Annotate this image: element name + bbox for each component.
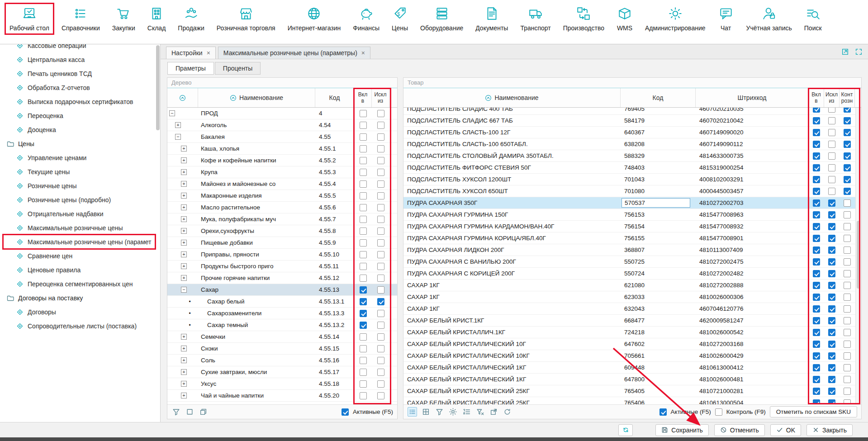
include-checkbox[interactable] <box>360 310 367 317</box>
sidebar-item[interactable]: Максимальные розничные цены (парамет <box>0 235 160 249</box>
include-checkbox[interactable] <box>813 341 820 348</box>
tree-code-column-header[interactable]: Код <box>315 88 354 107</box>
tree-exclude-column-header[interactable]: Искл из <box>372 88 389 107</box>
tree-row[interactable]: − Бакалея 4.55 <box>167 131 397 143</box>
include-checkbox[interactable] <box>360 322 367 329</box>
tree-expander[interactable]: + <box>181 146 187 152</box>
control-checkbox[interactable] <box>844 164 851 171</box>
tree-expander[interactable]: + <box>181 346 187 351</box>
document-tab[interactable]: Настройки × <box>166 47 216 59</box>
product-name-column-header[interactable]: Наименование <box>403 88 621 107</box>
close-button[interactable]: Закрыть <box>806 424 853 436</box>
product-row[interactable]: ПУДРА САХАРНАЯ ЛИДКОН 200Г 368807 481011… <box>403 244 861 256</box>
tree-row[interactable]: + Макаронные изделия 4.55.5 <box>167 190 397 202</box>
tree-row[interactable]: + Соль 4.55.16 <box>167 355 397 366</box>
exclude-checkbox[interactable] <box>377 369 384 376</box>
maximize-icon[interactable] <box>855 48 863 56</box>
tree-row[interactable]: + Майонез и майонезные со 4.55.4 <box>167 178 397 190</box>
tree-row[interactable]: + Продукты быстрого приго 4.55.11 <box>167 261 397 272</box>
sidebar-item[interactable]: Сопроводительные листы (поставка) <box>0 319 160 333</box>
exclude-checkbox[interactable] <box>828 305 835 313</box>
product-row[interactable]: ПУДРА САХАРНАЯ С КОРИЦЕЙ 200Г 550724 481… <box>403 268 861 280</box>
product-row[interactable]: ПОДСЛАСТИТЕЛЬ СЛАСТЬ-100 12Г 640367 4607… <box>403 127 861 138</box>
tab-close-icon[interactable]: × <box>207 49 210 57</box>
tree-row[interactable]: + Приправы, пряности 4.55.10 <box>167 249 397 261</box>
control-checkbox[interactable] <box>844 388 851 395</box>
sidebar-item[interactable]: Договоры <box>0 305 160 319</box>
exclude-checkbox[interactable] <box>377 133 384 141</box>
exclude-checkbox[interactable] <box>828 376 835 383</box>
toolbar-item[interactable]: Документы <box>471 4 512 34</box>
ok-button[interactable]: OK <box>770 424 801 436</box>
float-window-icon[interactable] <box>841 48 849 56</box>
control-checkbox[interactable] <box>844 117 851 124</box>
control-checkbox[interactable] <box>844 129 851 136</box>
include-checkbox[interactable] <box>360 345 367 352</box>
tree-expander[interactable]: + <box>181 240 187 246</box>
exclude-checkbox[interactable] <box>377 333 384 341</box>
product-scrollbar[interactable] <box>855 108 861 404</box>
include-checkbox[interactable] <box>813 188 820 195</box>
tree-row[interactable]: + Мука, полуфабрикаты муч 4.55.7 <box>167 213 397 225</box>
tree-name-column-header[interactable]: Наименование <box>198 88 315 107</box>
exclude-checkbox[interactable] <box>377 310 384 317</box>
include-checkbox[interactable] <box>813 282 820 289</box>
control-checkbox[interactable] <box>844 376 851 383</box>
exclude-checkbox[interactable] <box>377 239 384 247</box>
exclude-checkbox[interactable] <box>828 108 835 113</box>
exclude-checkbox[interactable] <box>828 388 835 395</box>
include-checkbox[interactable] <box>360 180 367 188</box>
exclude-checkbox[interactable] <box>828 270 835 277</box>
sidebar-item[interactable]: Розничные цены <box>0 179 160 193</box>
control-checkbox[interactable] <box>844 341 851 348</box>
include-checkbox[interactable] <box>813 376 820 383</box>
tab-close-icon[interactable]: × <box>361 49 365 57</box>
exclude-checkbox[interactable] <box>828 164 835 171</box>
toolbar-item[interactable]: Финансы <box>349 4 384 34</box>
save-button[interactable]: Сохранить <box>655 424 709 436</box>
exclude-checkbox[interactable] <box>828 152 835 160</box>
tree-expander[interactable]: − <box>181 287 187 293</box>
include-checkbox[interactable] <box>360 392 367 399</box>
tree-expander[interactable]: + <box>181 193 187 199</box>
include-checkbox[interactable] <box>360 192 367 199</box>
include-checkbox[interactable] <box>813 152 820 160</box>
exclude-checkbox[interactable] <box>828 399 835 405</box>
include-checkbox[interactable] <box>360 357 367 364</box>
include-checkbox[interactable] <box>813 305 820 313</box>
exclude-checkbox[interactable] <box>377 204 384 211</box>
exclude-checkbox[interactable] <box>828 117 835 124</box>
sidebar-item[interactable]: Сравнение цен <box>0 249 160 263</box>
control-checkbox[interactable] <box>844 141 851 148</box>
tree-row[interactable]: + Пищевые добавки 4.55.9 <box>167 237 397 249</box>
sidebar-item[interactable]: Текущие цены <box>0 165 160 179</box>
toolbar-item[interactable]: WMS <box>612 4 637 34</box>
include-checkbox[interactable] <box>360 169 367 176</box>
include-checkbox[interactable] <box>360 228 367 235</box>
control-checkbox[interactable] <box>844 176 851 183</box>
include-checkbox[interactable] <box>813 352 820 360</box>
tree-expander[interactable]: + <box>181 216 187 222</box>
list-view-icon[interactable] <box>408 407 417 417</box>
document-tab[interactable]: Максимальные розничные цены (параметры) … <box>218 47 370 59</box>
product-row[interactable]: ПОДСЛАСТИТЕЛЬ СТОЛОВЫЙ ДАМИРА 350ТАБЛ. 5… <box>403 150 861 162</box>
exclude-checkbox[interactable] <box>377 380 384 388</box>
product-row[interactable]: САХАР БЕЛЫЙ КРИСТАЛЛИЧ.1КГ 724218 481002… <box>403 327 861 338</box>
include-checkbox[interactable] <box>360 275 367 282</box>
exclude-checkbox[interactable] <box>377 228 384 235</box>
control-checkbox[interactable] <box>844 317 851 324</box>
filter-icon[interactable] <box>435 407 444 417</box>
product-row[interactable]: ПУДРА САХАРНАЯ С ВАНИЛЬЮ 200Г 550725 481… <box>403 256 861 268</box>
toolbar-item[interactable]: Поиск <box>800 4 826 34</box>
tree-expander[interactable]: + <box>181 181 187 187</box>
tree-row[interactable]: • Сахар темный 4.55.13.2 <box>167 319 397 331</box>
product-row[interactable]: САХАР БЕЛЫЙ КРИСТАЛЛИЧЕСКИЙ 10Г 647602 4… <box>403 338 861 350</box>
tree-expander[interactable]: + <box>181 334 187 340</box>
product-row[interactable]: ПУДРА САХАРНАЯ ГУРМИНА КАРДАМОН/ВАН.40Г … <box>403 221 861 232</box>
export-icon[interactable] <box>489 407 498 417</box>
product-row[interactable]: САХАР БЕЛЫЙ КРИСТАЛЛИЧЕСКИЙ 10КГ 705661 … <box>403 350 861 362</box>
subtab[interactable]: Проценты <box>215 62 261 75</box>
sidebar-item[interactable]: Переоценка <box>0 109 160 123</box>
tree-expander[interactable]: + <box>181 251 187 257</box>
active-filter-checkbox[interactable] <box>342 408 349 416</box>
